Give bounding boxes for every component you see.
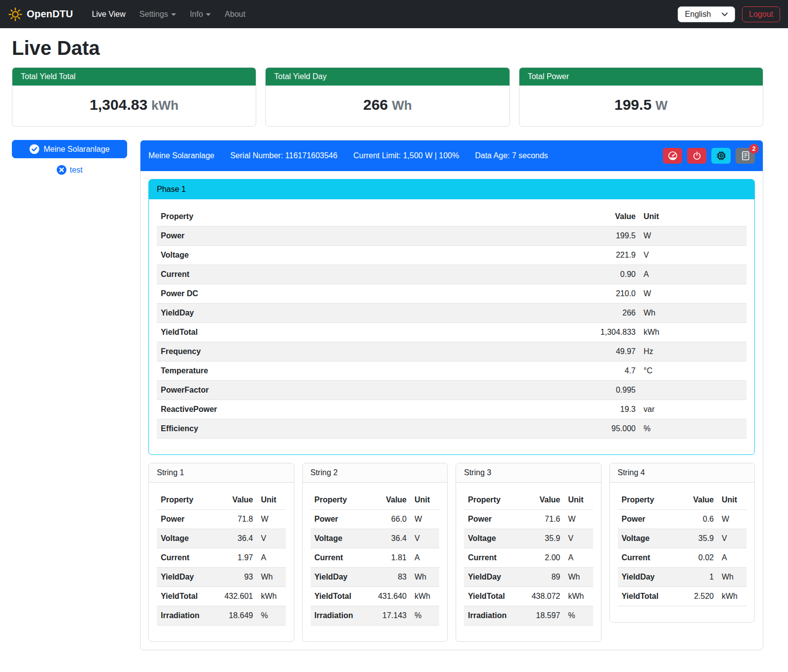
property-cell: Current — [464, 548, 526, 568]
column-header-property: Property — [618, 491, 680, 510]
journal-icon — [741, 151, 750, 161]
table-header-row: Property Value Unit — [157, 491, 286, 510]
value-cell: 95.000 — [565, 419, 640, 439]
property-cell: YieldTotal — [157, 587, 219, 606]
brand[interactable]: OpenDTU — [8, 7, 73, 22]
inverter-selected-button[interactable]: Meine Solaranlage — [12, 140, 127, 158]
unit-cell: Hz — [640, 342, 746, 361]
unit-cell: Wh — [564, 568, 593, 587]
property-cell: YieldDay — [618, 568, 680, 587]
inverter-item-test[interactable]: test — [12, 165, 127, 175]
table-row: Voltage221.9V — [157, 246, 746, 265]
value-cell: 0.02 — [679, 548, 718, 568]
total-yield-day-value: 266 — [363, 96, 388, 113]
table-row: Voltage36.4V — [157, 529, 286, 548]
inverter-data-age: Data Age: 7 seconds — [475, 151, 548, 160]
table-row: YieldTotal432.601kWh — [157, 587, 286, 606]
unit-cell: °C — [640, 361, 746, 381]
x-circle-icon — [56, 165, 67, 175]
nav-item-live-view[interactable]: Live View — [85, 6, 133, 23]
property-cell: Current — [618, 548, 680, 568]
power-button[interactable] — [687, 148, 706, 164]
inverter-limit: Current Limit: 1,500 W | 100% — [353, 151, 459, 160]
property-cell: Power DC — [157, 284, 565, 304]
nav-links: Live View Settings Info About — [85, 6, 253, 23]
value-cell: 71.8 — [219, 510, 257, 529]
table-row: Irradiation17.143% — [311, 606, 440, 626]
total-power-value: 199.5 — [614, 96, 651, 113]
top-navbar: OpenDTU Live View Settings Info About En… — [0, 0, 788, 28]
table-header-row: Property Value Unit — [311, 491, 440, 510]
column-header-property: Property — [464, 491, 526, 510]
limit-settings-button[interactable] — [663, 148, 682, 164]
nav-item-info[interactable]: Info — [183, 6, 218, 23]
total-yield-day-unit: Wh — [392, 98, 412, 113]
unit-cell: A — [564, 548, 593, 568]
language-select[interactable]: English — [678, 6, 735, 22]
total-power-card: Total Power 199.5W — [519, 67, 763, 127]
unit-cell: W — [640, 284, 746, 304]
table-header-row: Property Value Unit — [618, 491, 747, 510]
language-selected-value: English — [685, 10, 711, 19]
table-row: Irradiation18.597% — [464, 606, 593, 626]
unit-cell: kWh — [564, 587, 593, 606]
value-cell: 221.9 — [565, 246, 640, 265]
table-row: Power66.0W — [311, 510, 440, 529]
value-cell: 0.90 — [565, 265, 640, 284]
unit-cell: % — [564, 606, 593, 626]
table-row: Current1.81A — [311, 548, 440, 568]
value-cell: 49.97 — [565, 342, 640, 361]
value-cell: 1.81 — [372, 548, 411, 568]
inverter-sidebar: Meine Solaranlage test — [12, 140, 127, 175]
table-row: Power71.8W — [157, 510, 286, 529]
check-circle-icon — [29, 144, 40, 154]
nav-item-settings[interactable]: Settings — [133, 6, 183, 23]
table-row: YieldTotal1,304.833kWh — [157, 323, 746, 342]
event-log-button[interactable]: 2 — [736, 148, 755, 164]
value-cell: 93 — [219, 568, 257, 587]
table-row: YieldDay89Wh — [464, 568, 593, 587]
value-cell: 36.4 — [372, 529, 411, 548]
string-card-header: String 2 — [303, 463, 448, 483]
unit-cell: A — [640, 265, 746, 284]
unit-cell: Wh — [257, 568, 286, 587]
column-header-unit: Unit — [257, 491, 286, 510]
table-row: YieldTotal438.072kWh — [464, 587, 593, 606]
string-card-header: String 4 — [610, 463, 755, 483]
value-cell: 83 — [372, 568, 411, 587]
column-header-property: Property — [157, 207, 565, 226]
property-cell: Voltage — [618, 529, 680, 548]
device-info-button[interactable] — [711, 148, 731, 164]
property-cell: Temperature — [157, 361, 565, 381]
table-header-row: Property Value Unit — [464, 491, 593, 510]
table-row: Frequency49.97Hz — [157, 342, 746, 361]
nav-item-label: Info — [190, 10, 203, 19]
table-row: Power0.6W — [618, 510, 747, 529]
property-cell: Voltage — [464, 529, 526, 548]
column-header-property: Property — [157, 491, 219, 510]
card-body: 199.5W — [519, 86, 763, 126]
summary-cards-row: Total Yield Total 1,304.83kWh Total Yiel… — [12, 67, 763, 127]
value-cell: 36.4 — [219, 529, 257, 548]
value-cell: 18.649 — [219, 606, 257, 626]
phase-table: Property Value Unit Power199.5WVoltage22… — [157, 207, 746, 439]
column-header-unit: Unit — [718, 491, 746, 510]
property-cell: Power — [618, 510, 680, 529]
chevron-down-icon — [171, 13, 176, 16]
value-cell: 66.0 — [372, 510, 411, 529]
property-cell: Voltage — [157, 246, 565, 265]
table-row: YieldTotal2.520kWh — [618, 587, 747, 606]
property-cell: YieldDay — [157, 568, 219, 587]
strings-row: String 1 Property Value Unit — [148, 463, 755, 642]
inverter-actions: 2 — [663, 148, 755, 164]
logout-button[interactable]: Logout — [742, 6, 780, 22]
column-header-unit: Unit — [411, 491, 439, 510]
nav-item-about[interactable]: About — [218, 6, 252, 23]
property-cell: Power — [157, 226, 565, 246]
property-cell: Power — [311, 510, 372, 529]
inverter-selected-label: Meine Solaranlage — [44, 145, 109, 154]
property-cell: Voltage — [311, 529, 372, 548]
unit-cell: A — [411, 548, 439, 568]
table-row: Current0.90A — [157, 265, 746, 284]
unit-cell: W — [257, 510, 286, 529]
